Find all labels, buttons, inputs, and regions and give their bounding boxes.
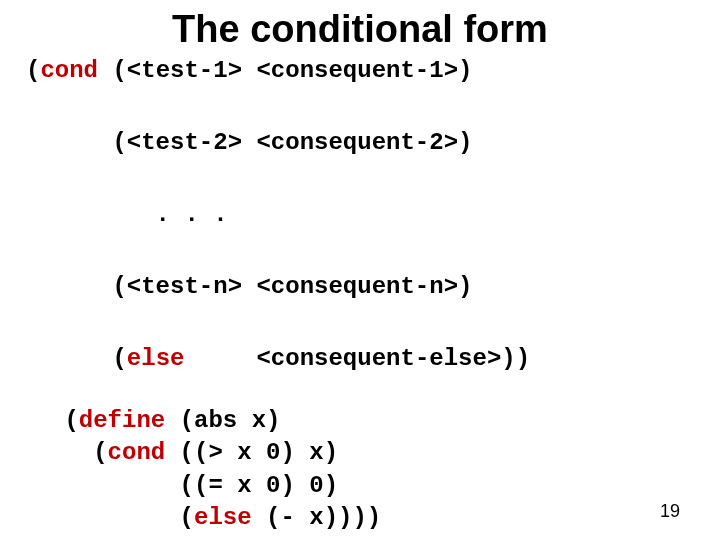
keyword-else: else: [127, 345, 185, 372]
keyword-else-2: else: [194, 504, 252, 531]
syntax-l2: (<test-2> <consequent-2>): [26, 129, 472, 156]
keyword-cond-2: cond: [108, 439, 166, 466]
ex-l4b: (- x)))): [252, 504, 382, 531]
syntax-l4: (<test-n> <consequent-n>): [26, 273, 472, 300]
ex-l1b: (abs x): [165, 407, 280, 434]
keyword-cond: cond: [40, 57, 98, 84]
abs-example-block: (define (abs x) (cond ((> x 0) x) ((= x …: [50, 405, 700, 535]
slide-content: The conditional form (cond (<test-1> <co…: [0, 0, 720, 535]
syntax-l1b: (<test-1> <consequent-1>): [98, 57, 472, 84]
ex-l2b: ((> x 0) x): [165, 439, 338, 466]
slide-title: The conditional form: [20, 8, 700, 51]
ex-l1a: (: [50, 407, 79, 434]
ex-l3: ((= x 0) 0): [50, 472, 338, 499]
cond-syntax-block: (cond (<test-1> <consequent-1>) (<test-2…: [26, 53, 700, 377]
keyword-define: define: [79, 407, 165, 434]
syntax-l3: . . .: [26, 201, 228, 228]
syntax-l5a: (: [26, 345, 127, 372]
ex-l2a: (: [50, 439, 108, 466]
ex-l4a: (: [50, 504, 194, 531]
syntax-l5b: <consequent-else>)): [184, 345, 530, 372]
syntax-l1a: (: [26, 57, 40, 84]
page-number: 19: [660, 501, 680, 522]
